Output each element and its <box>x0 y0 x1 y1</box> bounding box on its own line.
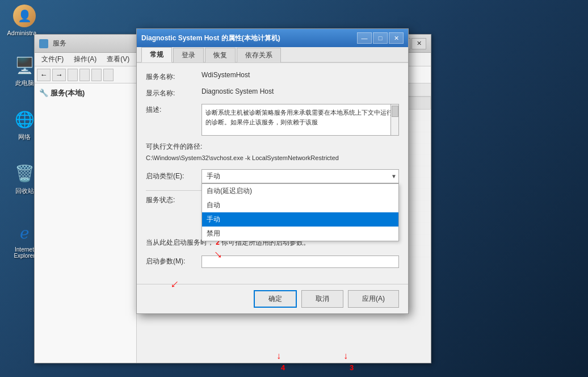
toolbar-back[interactable]: ← <box>37 69 51 81</box>
exe-path-value: C:\Windows\System32\svchost.exe -k Local… <box>146 153 399 164</box>
desktop-icon-recycle-label: 回收站 <box>15 187 34 195</box>
startup-option-auto[interactable]: 自动 <box>202 198 398 212</box>
description-row: 描述: 诊断系统主机被诊断策略服务用来承载需要在本地系统上下文中运行的诊断。如果… <box>146 104 399 136</box>
services-local-label: 服务(本地) <box>51 89 85 97</box>
service-name-value: WdiSystemHost <box>201 71 399 79</box>
menu-action[interactable]: 操作(A) <box>69 53 101 65</box>
services-local-title: 🔧 服务(本地) <box>39 88 132 98</box>
startup-dropdown-list[interactable]: 自动(延迟启动) 自动 手动 禁用 <box>201 183 399 241</box>
toolbar-btn4[interactable] <box>79 69 90 81</box>
startup-option-disabled[interactable]: 禁用 <box>202 227 398 241</box>
startup-option-manual[interactable]: 手动 <box>202 212 398 227</box>
desc-box: 诊断系统主机被诊断策略服务用来承载需要在本地系统上下文中运行的诊断。如果停止该服… <box>201 104 399 136</box>
dialog-titlebar: Diagnostic System Host 的属性(本地计算机) — □ ✕ <box>137 29 408 47</box>
menu-file[interactable]: 文件(F) <box>37 53 68 65</box>
startup-label: 启动类型(E): <box>146 171 197 181</box>
desc-scrollbar-thumb <box>392 106 398 117</box>
param-input[interactable] <box>201 255 399 268</box>
apply-button[interactable]: 应用(A) <box>348 290 399 308</box>
services-title-icon <box>39 39 48 48</box>
dialog-window-buttons: — □ ✕ <box>357 32 404 44</box>
dialog-close-btn[interactable]: ✕ <box>389 32 404 44</box>
services-left-panel: 🔧 服务(本地) <box>35 83 137 363</box>
tab-general[interactable]: 常规 <box>141 47 172 62</box>
desc-scrollbar[interactable] <box>390 104 398 135</box>
display-name-value: Diagnostic System Host <box>201 87 399 95</box>
service-name-label: 服务名称: <box>146 71 197 82</box>
ok-button[interactable]: 确定 <box>254 290 297 308</box>
startup-row: 启动类型(E): 手动 ▼ 自动(延迟启动) 自动 手动 禁用 <box>146 169 399 183</box>
cancel-button[interactable]: 取消 <box>301 290 343 308</box>
desktop-icon-computer-label: 此电脑 <box>15 79 34 87</box>
annotation-3-label: 3 <box>350 363 354 372</box>
annotation-4-label: 4 <box>281 363 285 372</box>
desktop-icon-network-label: 网络 <box>18 133 31 141</box>
exe-path-label: 可执行文件的路径: <box>146 141 399 152</box>
dialog-footer: 确定 取消 应用(A) <box>137 284 408 313</box>
desc-label: 描述: <box>146 104 197 115</box>
toolbar-forward[interactable]: → <box>52 69 66 81</box>
toolbar-btn6[interactable] <box>103 69 114 81</box>
service-name-row: 服务名称: WdiSystemHost <box>146 71 399 82</box>
toolbar-btn5[interactable] <box>91 69 102 81</box>
services-close-btn[interactable]: ✕ <box>411 38 426 49</box>
dialog-title: Diagnostic System Host 的属性(本地计算机) <box>141 33 352 43</box>
startup-selected-value: 手动 <box>207 172 220 180</box>
toolbar-btn3[interactable] <box>68 69 78 81</box>
desktop-icon-ie-label: InternetExplorer <box>14 246 35 259</box>
dialog-content: 服务名称: WdiSystemHost 显示名称: Diagnostic Sys… <box>137 63 408 284</box>
display-name-row: 显示名称: Diagnostic System Host <box>146 87 399 98</box>
dialog-tabs: 常规 登录 恢复 依存关系 <box>137 47 408 63</box>
dialog-minimize-btn[interactable]: — <box>357 32 372 44</box>
desc-text: 诊断系统主机被诊断策略服务用来承载需要在本地系统上下文中运行的诊断。如果停止该服… <box>205 109 393 125</box>
menu-view[interactable]: 查看(V) <box>102 53 134 65</box>
startup-dropdown-container: 手动 ▼ 自动(延迟启动) 自动 手动 禁用 <box>201 169 399 183</box>
param-row: 启动参数(M): <box>146 255 399 268</box>
dialog-maximize-btn[interactable]: □ <box>373 32 388 44</box>
display-name-label: 显示名称: <box>146 87 197 98</box>
param-label: 启动参数(M): <box>146 257 197 266</box>
tab-recovery[interactable]: 恢复 <box>205 48 236 62</box>
tab-dependencies[interactable]: 依存关系 <box>237 48 281 62</box>
startup-option-delayed[interactable]: 自动(延迟启动) <box>202 184 398 198</box>
exe-path-section: 可执行文件的路径: C:\Windows\System32\svchost.ex… <box>146 141 399 164</box>
status-label: 服务状态: <box>146 195 197 205</box>
properties-dialog: Diagnostic System Host 的属性(本地计算机) — □ ✕ … <box>136 28 409 314</box>
desktop-icon-user[interactable]: 👤 Administra... <box>5 5 44 36</box>
tab-login[interactable]: 登录 <box>173 48 204 62</box>
startup-dropdown[interactable]: 手动 <box>201 169 399 183</box>
desktop: 👤 Administra... 🖥️ 此电脑 🌐 网络 🗑️ 回收站 ℯ Int… <box>0 0 588 377</box>
